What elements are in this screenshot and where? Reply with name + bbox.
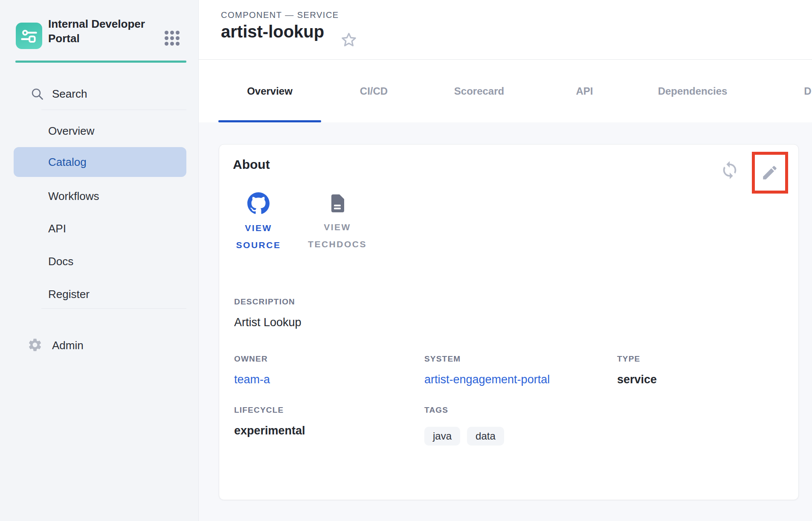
main-area: COMPONENT — SERVICE artist-lookup Overvi… xyxy=(199,0,812,521)
field-label: LIFECYCLE xyxy=(234,405,305,415)
app-root: Internal Developer Portal Search Overvie… xyxy=(0,0,812,521)
view-source-label: SOURCE xyxy=(236,237,281,254)
description-value: Artist Lookup xyxy=(234,315,302,330)
field-system: SYSTEM artist-engagement-portal xyxy=(424,354,550,387)
field-label: SYSTEM xyxy=(424,354,550,364)
owner-link[interactable]: team-a xyxy=(234,372,270,387)
star-outline-icon xyxy=(339,31,358,49)
sidebar-item-catalog[interactable]: Catalog xyxy=(14,147,186,177)
tag-chips: java data xyxy=(424,427,504,446)
search-label: Search xyxy=(52,87,87,101)
app-title: Internal Developer Portal xyxy=(48,17,155,46)
view-techdocs-label: VIEW xyxy=(324,219,351,236)
portal-logo-icon[interactable] xyxy=(16,23,42,49)
field-owner: OWNER team-a xyxy=(234,354,270,387)
field-type: TYPE service xyxy=(617,354,657,387)
sidebar: Internal Developer Portal Search Overvie… xyxy=(0,0,199,521)
view-source-link[interactable]: VIEW SOURCE xyxy=(229,192,288,254)
tab-docs-truncated[interactable]: D xyxy=(748,60,812,122)
type-value: service xyxy=(617,372,657,387)
tab-cicd[interactable]: CI/CD xyxy=(321,60,426,122)
refresh-button[interactable] xyxy=(720,160,740,180)
view-techdocs-link[interactable]: VIEW TECHDOCS xyxy=(301,192,374,253)
sidebar-item-admin[interactable]: Admin xyxy=(0,333,199,357)
edit-button[interactable] xyxy=(761,164,779,182)
tag-chip: java xyxy=(424,427,460,446)
sidebar-item-register[interactable]: Register xyxy=(0,282,199,306)
sidebar-divider xyxy=(41,110,186,110)
sidebar-item-workflows[interactable]: Workflows xyxy=(0,184,199,208)
tab-content: About VIEW SOURCE xyxy=(199,122,812,521)
about-heading: About xyxy=(233,157,270,172)
search-icon xyxy=(30,87,45,101)
sidebar-item-label: Register xyxy=(48,288,90,301)
sidebar-item-label: Docs xyxy=(48,255,73,268)
tab-scorecard[interactable]: Scorecard xyxy=(426,60,532,122)
field-tags: TAGS java data xyxy=(424,405,504,446)
tag-chip: data xyxy=(467,427,504,446)
view-source-label: VIEW xyxy=(245,220,272,237)
pencil-icon xyxy=(761,164,779,182)
field-label: TAGS xyxy=(424,405,504,415)
sidebar-search[interactable]: Search xyxy=(0,82,199,106)
sidebar-item-label: Catalog xyxy=(48,156,87,169)
field-label: TYPE xyxy=(617,354,657,364)
favorite-button[interactable] xyxy=(339,31,358,49)
page-title: artist-lookup xyxy=(221,22,324,41)
system-link[interactable]: artist-engagement-portal xyxy=(424,372,550,387)
field-description: DESCRIPTION Artist Lookup xyxy=(234,297,302,330)
sidebar-item-overview[interactable]: Overview xyxy=(0,119,199,143)
github-icon xyxy=(247,192,270,214)
brand-accent-rule xyxy=(15,61,186,63)
sidebar-item-label: Overview xyxy=(48,124,94,138)
field-label: DESCRIPTION xyxy=(234,297,302,307)
lifecycle-value: experimental xyxy=(234,423,305,438)
admin-label: Admin xyxy=(52,339,84,352)
tab-overview[interactable]: Overview xyxy=(218,60,321,122)
sliders-icon xyxy=(20,26,38,45)
entity-tabs: Overview CI/CD Scorecard API Dependencie… xyxy=(218,60,812,122)
sidebar-item-label: API xyxy=(48,222,66,235)
sidebar-item-docs[interactable]: Docs xyxy=(0,249,199,273)
breadcrumb: COMPONENT — SERVICE xyxy=(221,10,339,20)
field-label: OWNER xyxy=(234,354,270,364)
sidebar-divider xyxy=(41,308,186,309)
tab-dependencies[interactable]: Dependencies xyxy=(637,60,748,122)
gear-icon xyxy=(27,337,43,353)
document-icon xyxy=(330,194,345,213)
field-lifecycle: LIFECYCLE experimental xyxy=(234,405,305,438)
view-techdocs-label: TECHDOCS xyxy=(308,236,367,253)
tab-api[interactable]: API xyxy=(532,60,637,122)
sidebar-item-label: Workflows xyxy=(48,190,99,203)
apps-grid-icon[interactable] xyxy=(165,31,180,46)
about-card: About VIEW SOURCE xyxy=(219,144,799,500)
sidebar-item-api[interactable]: API xyxy=(0,217,199,240)
refresh-sync-icon xyxy=(720,160,740,180)
